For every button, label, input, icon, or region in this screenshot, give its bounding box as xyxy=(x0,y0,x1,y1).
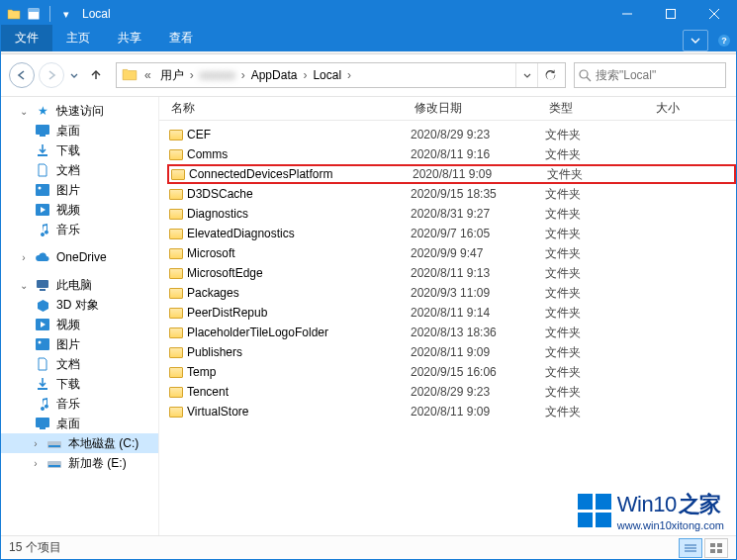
nav-drive-c[interactable]: ›本地磁盘 (C:) xyxy=(1,433,158,453)
folder-icon xyxy=(167,206,185,222)
document-icon xyxy=(35,162,50,178)
search-input[interactable]: 搜索"Local" xyxy=(574,62,726,88)
table-row[interactable]: Tencent2020/8/29 9:23文件夹 xyxy=(167,382,736,402)
nav-onedrive[interactable]: ›OneDrive xyxy=(1,247,158,267)
breadcrumb-item[interactable]: Local xyxy=(308,63,346,87)
breadcrumb-item-redacted[interactable]: xxxxxx xyxy=(195,63,240,87)
table-row[interactable]: ElevatedDiagnostics2020/9/7 16:05文件夹 xyxy=(167,224,736,243)
nav-drive-e[interactable]: ›新加卷 (E:) xyxy=(1,453,158,473)
back-button[interactable] xyxy=(9,62,35,88)
table-row[interactable]: PlaceholderTileLogoFolder2020/8/13 18:36… xyxy=(167,323,736,342)
svg-rect-36 xyxy=(717,549,722,553)
folder-icon xyxy=(167,404,185,420)
tab-view[interactable]: 查看 xyxy=(155,25,207,51)
breadcrumb-item[interactable]: AppData xyxy=(246,63,303,87)
download-icon xyxy=(35,376,50,392)
nav-videos[interactable]: 视频 xyxy=(1,200,158,220)
nav-3d-objects[interactable]: 3D 对象 xyxy=(1,295,158,315)
nav-downloads[interactable]: 下载 xyxy=(1,374,158,394)
nav-music[interactable]: 音乐 xyxy=(1,394,158,414)
ribbon-expand-icon[interactable] xyxy=(683,30,708,51)
table-row[interactable]: Packages2020/9/3 11:09文件夹 xyxy=(167,283,736,303)
column-type[interactable]: 类型 xyxy=(545,100,652,117)
svg-point-8 xyxy=(580,70,588,78)
music-icon xyxy=(35,396,50,412)
qat-dropdown-icon[interactable]: ▾ xyxy=(58,6,74,22)
nav-thispc[interactable]: ⌄此电脑 xyxy=(1,275,158,295)
picture-icon xyxy=(35,336,50,352)
nav-videos[interactable]: 视频 xyxy=(1,315,158,334)
svg-rect-27 xyxy=(48,445,60,447)
maximize-button[interactable] xyxy=(649,1,692,27)
file-name: Microsoft xyxy=(185,246,411,260)
history-dropdown-icon[interactable] xyxy=(68,62,80,88)
nav-downloads[interactable]: 下载 xyxy=(1,140,158,160)
nav-desktop[interactable]: 桌面 xyxy=(1,414,158,433)
forward-button[interactable] xyxy=(39,62,64,88)
help-icon[interactable]: ? xyxy=(712,30,736,51)
nav-documents[interactable]: 文档 xyxy=(1,354,158,374)
address-bar[interactable]: « 用户› xxxxxx› AppData› Local› xyxy=(116,62,566,88)
minimize-button[interactable] xyxy=(605,1,649,27)
tab-share[interactable]: 共享 xyxy=(104,25,155,51)
close-button[interactable] xyxy=(692,1,736,27)
svg-text:?: ? xyxy=(721,36,727,46)
table-row[interactable]: D3DSCache2020/9/15 18:35文件夹 xyxy=(167,184,736,204)
file-name: Temp xyxy=(185,365,411,379)
breadcrumb-item[interactable]: 用户 xyxy=(155,63,189,87)
file-name: Tencent xyxy=(185,385,411,399)
file-type: 文件夹 xyxy=(545,146,652,163)
file-name: Comms xyxy=(185,147,411,161)
cube-icon xyxy=(35,297,50,313)
view-details-button[interactable] xyxy=(679,538,702,558)
nav-pictures[interactable]: 图片 xyxy=(1,180,158,200)
column-modified[interactable]: 修改日期 xyxy=(411,100,545,117)
table-row[interactable]: CEF2020/8/29 9:23文件夹 xyxy=(167,125,736,144)
nav-documents[interactable]: 文档 xyxy=(1,160,158,180)
file-type: 文件夹 xyxy=(545,285,652,302)
svg-rect-18 xyxy=(40,289,46,291)
tab-file[interactable]: 文件 xyxy=(1,25,52,51)
nav-music[interactable]: 音乐 xyxy=(1,220,158,239)
tab-home[interactable]: 主页 xyxy=(52,25,104,51)
svg-line-9 xyxy=(587,77,591,81)
nav-quick-access[interactable]: ⌄ ★ 快速访问 xyxy=(1,101,158,121)
file-type: 文件夹 xyxy=(545,404,652,420)
folder-icon xyxy=(167,325,185,340)
refresh-button[interactable] xyxy=(537,63,563,87)
view-icons-button[interactable] xyxy=(704,538,728,558)
table-row[interactable]: Temp2020/9/15 16:06文件夹 xyxy=(167,362,736,382)
file-name: CEF xyxy=(185,128,411,141)
nav-desktop[interactable]: 桌面 xyxy=(1,121,158,140)
table-row[interactable]: MicrosoftEdge2020/8/11 9:13文件夹 xyxy=(167,263,736,283)
document-icon xyxy=(35,356,50,372)
navigation-pane[interactable]: ⌄ ★ 快速访问 桌面 下载 文档 图片 视频 音乐 ›OneDrive ⌄此电… xyxy=(1,97,159,537)
table-row[interactable]: PeerDistRepub2020/8/11 9:14文件夹 xyxy=(167,303,736,323)
file-modified: 2020/8/11 9:16 xyxy=(411,147,545,161)
table-row[interactable]: ConnectedDevicesPlatform2020/8/11 9:09文件… xyxy=(167,164,736,184)
properties-icon[interactable] xyxy=(26,6,42,22)
column-size[interactable]: 大小 xyxy=(652,100,711,117)
column-name[interactable]: 名称 xyxy=(167,100,411,117)
video-icon xyxy=(35,317,50,332)
table-row[interactable]: VirtualStore2020/8/11 9:09文件夹 xyxy=(167,402,736,421)
breadcrumb-overflow-icon[interactable]: « xyxy=(140,68,155,82)
nav-pictures[interactable]: 图片 xyxy=(1,334,158,354)
chevron-right-icon[interactable]: › xyxy=(346,68,352,82)
table-row[interactable]: Comms2020/8/11 9:16文件夹 xyxy=(167,144,736,164)
status-bar: 15 个项目 xyxy=(1,535,736,559)
table-row[interactable]: Publishers2020/8/11 9:09文件夹 xyxy=(167,342,736,362)
svg-rect-21 xyxy=(36,338,49,350)
svg-rect-11 xyxy=(40,135,46,137)
table-row[interactable]: Diagnostics2020/8/31 9:27文件夹 xyxy=(167,204,736,224)
up-button[interactable] xyxy=(84,63,108,87)
table-row[interactable]: Microsoft2020/9/9 9:47文件夹 xyxy=(167,243,736,263)
svg-rect-24 xyxy=(36,418,49,427)
file-type: 文件夹 xyxy=(545,325,652,341)
svg-rect-34 xyxy=(717,543,722,547)
address-dropdown-icon[interactable] xyxy=(515,63,537,87)
file-type: 文件夹 xyxy=(545,265,652,282)
svg-point-14 xyxy=(39,187,42,190)
svg-rect-25 xyxy=(40,427,46,429)
download-icon xyxy=(35,142,50,158)
